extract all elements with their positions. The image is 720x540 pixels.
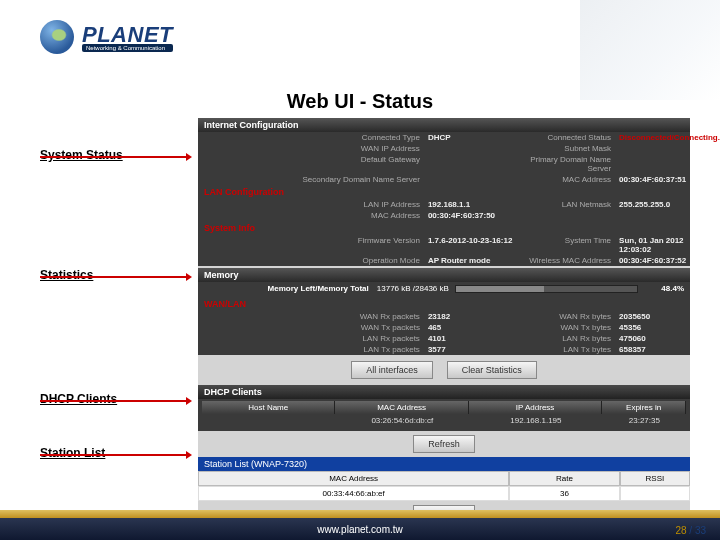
table-header: Host Name MAC Address IP Address Expires…: [202, 401, 686, 414]
memory-bar: [455, 285, 638, 293]
page-number: 28 / 33: [675, 525, 706, 536]
memory-value: 13776 kB /28436 kB: [377, 284, 449, 293]
footer-url: www.planet.com.tw: [317, 524, 403, 535]
label-statistics: Statistics: [40, 268, 93, 282]
memory-label: Memory Left/Memory Total: [204, 284, 377, 293]
section-header: Internet Configuration: [198, 118, 690, 132]
arrow-icon: [40, 454, 190, 456]
arrow-icon: [40, 276, 190, 278]
section-header: LAN Configuration: [198, 185, 690, 199]
table-row: 03:26:54:6d:db:cf 192.168.1.195 23:27:35: [202, 414, 686, 427]
memory-percent: 48.4%: [644, 284, 684, 293]
page-title: Web UI - Status: [0, 90, 720, 113]
arrow-icon: [40, 156, 190, 158]
arrow-icon: [40, 400, 190, 402]
globe-icon: [40, 20, 74, 54]
clear-statistics-button[interactable]: Clear Statistics: [447, 361, 537, 379]
status-panel: Internet Configuration Connected TypeDHC…: [198, 118, 690, 527]
section-header: WAN/LAN: [198, 297, 690, 311]
memory-section: Memory Memory Left/Memory Total 13776 kB…: [198, 268, 690, 355]
brand-logo: PLANET Networking & Communication: [40, 20, 173, 54]
all-interfaces-button[interactable]: All interfaces: [351, 361, 433, 379]
table-header: MAC Address Rate RSSI: [198, 471, 690, 486]
section-header: Station List (WNAP-7320): [198, 457, 690, 471]
label-system-status: System Status: [40, 148, 123, 162]
dhcp-clients-section: DHCP Clients Host Name MAC Address IP Ad…: [198, 385, 690, 431]
label-station-list: Station List: [40, 446, 105, 460]
brand-tagline: Networking & Communication: [82, 44, 173, 52]
table-row: 00:33:44:66:ab:ef 36: [198, 486, 690, 501]
section-header: System Info: [198, 221, 690, 235]
internet-config-section: Internet Configuration Connected TypeDHC…: [198, 118, 690, 266]
refresh-button[interactable]: Refresh: [413, 435, 475, 453]
label-dhcp-clients: DHCP Clients: [40, 392, 117, 406]
footer-accent: [0, 510, 720, 518]
footer-bar: www.planet.com.tw: [0, 518, 720, 540]
section-header: DHCP Clients: [198, 385, 690, 399]
section-header: Memory: [198, 268, 690, 282]
